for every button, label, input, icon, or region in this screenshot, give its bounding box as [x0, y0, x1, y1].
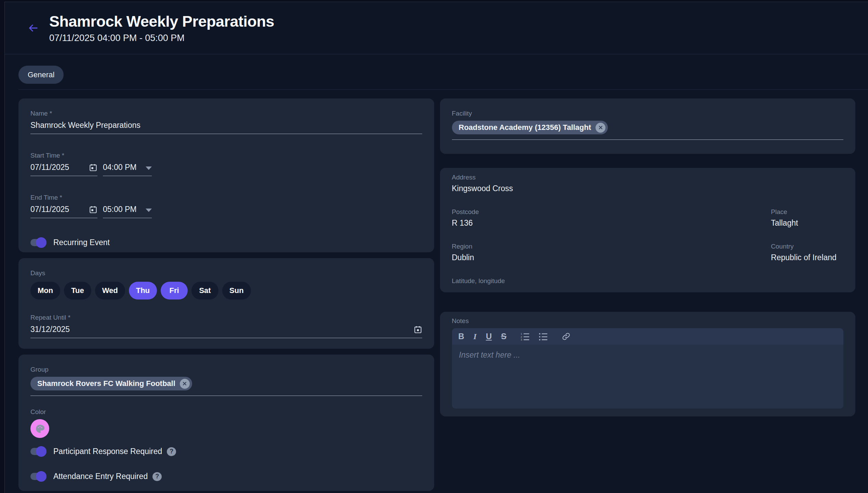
day-sun-button[interactable]: Sun [222, 282, 251, 299]
facility-input[interactable]: Roadstone Academy (12356) Tallaght [452, 121, 844, 140]
close-icon [182, 381, 187, 386]
chevron-down-icon [146, 166, 152, 170]
region-value: Dublin [452, 253, 771, 262]
address-label: Address [452, 174, 844, 181]
group-card: Group Shamrock Rovers FC Walking Footbal… [18, 355, 434, 491]
recurring-event-toggle[interactable] [30, 239, 45, 246]
day-mon-button[interactable]: Mon [30, 282, 60, 299]
calendar-icon[interactable] [414, 325, 422, 334]
latlng-label: Latitude, longitude [452, 277, 844, 285]
notes-editor: B I U S 1 2 3 [452, 328, 844, 409]
back-button[interactable] [26, 21, 40, 35]
recurrence-card: Days Mon Tue Wed Thu Fri Sat Sun Repeat … [18, 258, 434, 349]
country-value: Republic of Ireland [771, 253, 843, 262]
repeat-until-label: Repeat Until * [30, 314, 422, 321]
help-icon[interactable]: ? [167, 447, 176, 456]
close-icon [598, 125, 603, 130]
address-card: Address Kingswood Cross Postcode R 136 P… [440, 168, 856, 292]
end-date-input[interactable]: 07/11/2025 [30, 205, 97, 218]
end-time-label: End Time * [30, 194, 97, 201]
group-label: Group [30, 366, 422, 373]
help-icon[interactable]: ? [152, 472, 162, 481]
attendance-entry-label: Attendance Entry Required [53, 472, 148, 481]
color-picker-button[interactable] [30, 419, 49, 438]
participant-response-toggle[interactable] [30, 448, 45, 455]
days-label: Days [30, 269, 422, 277]
end-time-select[interactable]: 05:00 PM [103, 205, 152, 218]
svg-text:1: 1 [521, 332, 522, 335]
underline-button[interactable]: U [486, 332, 492, 341]
day-tue-button[interactable]: Tue [64, 282, 91, 299]
notes-toolbar: B I U S 1 2 3 [452, 328, 844, 345]
calendar-icon[interactable] [89, 205, 97, 214]
tab-general[interactable]: General [18, 66, 64, 84]
notes-input[interactable]: Insert text here ... [452, 345, 844, 409]
address-value: Kingswood Cross [452, 184, 844, 193]
region-label: Region [452, 243, 771, 250]
facility-label: Facility [452, 110, 844, 117]
place-label: Place [771, 208, 843, 216]
group-chip: Shamrock Rovers FC Walking Football [30, 377, 192, 390]
facility-card: Facility Roadstone Academy (12356) Talla… [440, 98, 856, 154]
repeat-until-input[interactable]: 31/12/2025 [30, 325, 422, 338]
page-header: Shamrock Weekly Preparations 07/11/2025 … [5, 2, 868, 54]
country-label: Country [771, 243, 843, 250]
page-title: Shamrock Weekly Preparations [49, 13, 274, 30]
attendance-entry-toggle[interactable] [30, 473, 45, 480]
day-fri-button[interactable]: Fri [161, 282, 188, 299]
postcode-label: Postcode [452, 208, 771, 216]
strikethrough-button[interactable]: S [501, 332, 507, 341]
link-button[interactable] [562, 332, 571, 341]
palette-icon [35, 424, 45, 434]
remove-group-button[interactable] [180, 379, 190, 389]
facility-chip: Roadstone Academy (12356) Tallaght [452, 121, 608, 134]
recurring-event-label: Recurring Event [53, 238, 110, 247]
day-thu-button[interactable]: Thu [129, 282, 157, 299]
unordered-list-button[interactable] [539, 332, 548, 341]
ordered-list-icon: 1 2 3 [521, 332, 530, 341]
day-wed-button[interactable]: Wed [95, 282, 125, 299]
notes-label: Notes [452, 317, 844, 325]
tab-bar: General [18, 66, 868, 90]
event-datetime: 07/11/2025 04:00 PM - 05:00 PM [49, 33, 274, 43]
svg-text:3: 3 [521, 338, 522, 341]
app-panel: Shamrock Weekly Preparations 07/11/2025 … [4, 2, 868, 493]
arrow-left-icon [27, 22, 39, 34]
unordered-list-icon [539, 332, 548, 341]
name-input[interactable]: Shamrock Weekly Preparations [30, 121, 422, 134]
ordered-list-button[interactable]: 1 2 3 [521, 332, 530, 341]
notes-card: Notes B I U S 1 2 3 [440, 312, 856, 416]
group-input[interactable]: Shamrock Rovers FC Walking Football [30, 377, 422, 396]
start-time-label: Start Time * [30, 152, 97, 159]
name-label: Name * [30, 110, 422, 117]
day-sat-button[interactable]: Sat [191, 282, 218, 299]
color-label: Color [30, 408, 422, 416]
chevron-down-icon [146, 209, 152, 212]
tab-divider [18, 89, 868, 90]
start-time-select[interactable]: 04:00 PM [103, 163, 152, 176]
italic-button[interactable]: I [473, 332, 477, 341]
start-date-input[interactable]: 07/11/2025 [30, 163, 97, 176]
postcode-value: R 136 [452, 218, 771, 228]
place-value: Tallaght [771, 218, 843, 228]
notes-placeholder: Insert text here ... [459, 350, 837, 360]
link-icon [562, 332, 571, 341]
calendar-icon[interactable] [89, 163, 97, 172]
participant-response-label: Participant Response Required [53, 447, 162, 456]
remove-facility-button[interactable] [596, 123, 605, 133]
bold-button[interactable]: B [458, 332, 464, 341]
event-details-card: Name * Shamrock Weekly Preparations Star… [18, 98, 434, 252]
days-selector: Mon Tue Wed Thu Fri Sat Sun [30, 282, 422, 299]
